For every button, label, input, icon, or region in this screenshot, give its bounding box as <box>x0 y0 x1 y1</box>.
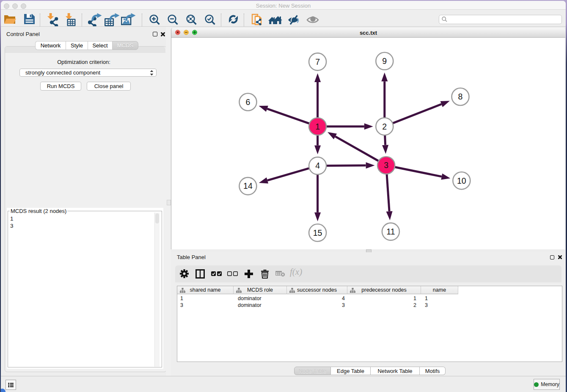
svg-text:10: 10 <box>457 176 466 185</box>
svg-text:9: 9 <box>382 56 387 66</box>
svg-text:4: 4 <box>315 161 320 170</box>
svg-text:7: 7 <box>315 57 320 66</box>
svg-text:2: 2 <box>382 122 387 131</box>
svg-text:15: 15 <box>313 228 322 237</box>
svg-text:1: 1 <box>315 122 320 131</box>
svg-text:11: 11 <box>386 227 395 236</box>
svg-text:6: 6 <box>246 97 250 107</box>
svg-text:8: 8 <box>458 92 463 101</box>
svg-text:3: 3 <box>384 160 388 170</box>
svg-text:14: 14 <box>243 181 253 190</box>
